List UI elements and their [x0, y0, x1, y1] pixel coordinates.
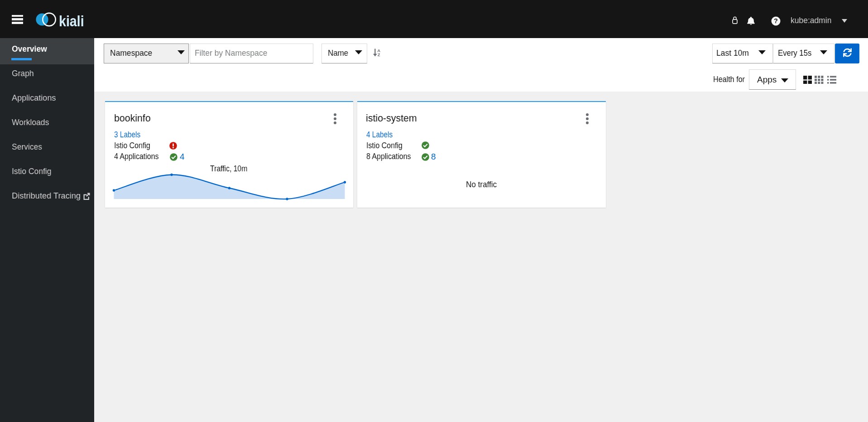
svg-text:?: ? — [774, 17, 778, 24]
svg-text:Z: Z — [378, 52, 380, 57]
